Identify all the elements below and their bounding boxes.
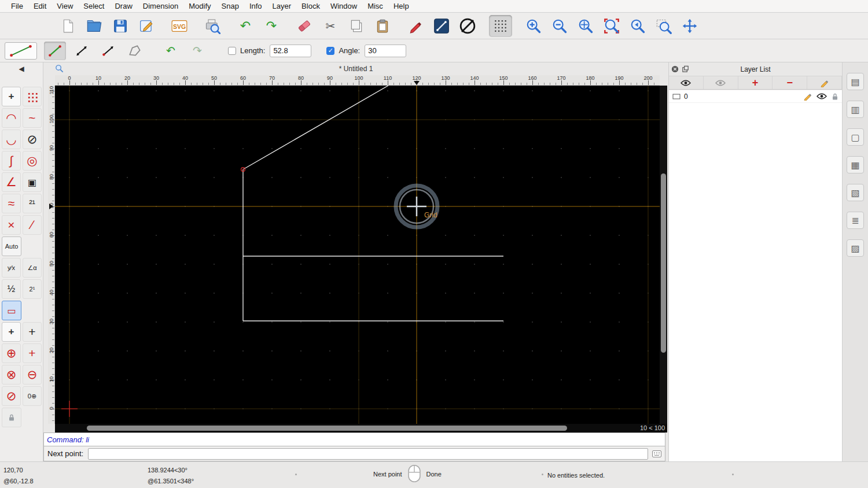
dock-library-browser-button[interactable]: ▥ bbox=[847, 101, 864, 118]
command-history[interactable]: Command: li bbox=[43, 432, 665, 446]
layer-edit-icon[interactable] bbox=[803, 92, 812, 101]
line-arrow-mode-button[interactable] bbox=[97, 42, 119, 60]
menu-item-dimension[interactable]: Dimension bbox=[138, 2, 183, 10]
angle-entry-button[interactable]: ∠α bbox=[23, 258, 42, 278]
menu-item-edit[interactable]: Edit bbox=[28, 2, 52, 10]
redo-button[interactable]: ↷ bbox=[260, 15, 283, 37]
paste-button[interactable] bbox=[371, 15, 394, 37]
menu-item-block[interactable]: Block bbox=[296, 2, 325, 10]
line-tool-button[interactable] bbox=[430, 15, 453, 37]
grid-toggle-button[interactable] bbox=[489, 15, 512, 37]
delete-button[interactable] bbox=[293, 15, 316, 37]
snap-intersection-button[interactable]: ⊗ bbox=[2, 365, 21, 385]
length-checkbox[interactable] bbox=[228, 47, 236, 55]
more-tools-button[interactable]: + bbox=[2, 87, 21, 106]
menu-item-window[interactable]: Window bbox=[325, 2, 362, 10]
rectangle-tool-button[interactable]: ▣ bbox=[23, 172, 42, 192]
cut-button[interactable]: ✂ bbox=[319, 15, 342, 37]
circle-tool-button[interactable]: ⊘ bbox=[23, 130, 42, 149]
close-panel-icon[interactable] bbox=[671, 65, 679, 73]
copy-button[interactable] bbox=[345, 15, 368, 37]
dock-clipboard-button[interactable]: ▨ bbox=[847, 239, 864, 257]
dock-entity-list-button[interactable]: ▦ bbox=[847, 156, 864, 173]
zoom-out-button[interactable] bbox=[548, 15, 571, 37]
horizontal-scrollbar-thumb[interactable] bbox=[87, 426, 567, 431]
length-input[interactable] bbox=[270, 45, 311, 57]
angle-checkbox[interactable]: ✓ bbox=[326, 47, 334, 55]
menu-item-draw[interactable]: Draw bbox=[109, 2, 137, 10]
open-file-button[interactable] bbox=[83, 15, 106, 37]
menu-item-modify[interactable]: Modify bbox=[183, 2, 216, 10]
remove-layer-button[interactable]: − bbox=[773, 76, 807, 89]
collapse-palette-button[interactable]: ◀ bbox=[0, 62, 43, 75]
layer-visibility-icon[interactable] bbox=[816, 93, 827, 99]
snap-free-button[interactable]: + bbox=[23, 322, 42, 342]
save-button[interactable] bbox=[109, 15, 132, 37]
points-tool-button[interactable] bbox=[23, 87, 42, 106]
menu-item-misc[interactable]: Misc bbox=[362, 2, 388, 10]
freehand-tool-button[interactable]: ≈ bbox=[2, 194, 21, 213]
vertical-scrollbar-thumb[interactable] bbox=[661, 173, 666, 353]
layer-row[interactable]: 0 bbox=[669, 90, 842, 103]
edit-layer-button[interactable] bbox=[807, 76, 842, 89]
show-all-layers-button[interactable] bbox=[669, 76, 704, 89]
cross-line-tool-button[interactable]: × bbox=[2, 215, 21, 235]
drawing-canvas[interactable]: Grid bbox=[55, 86, 660, 424]
more-snaps-button[interactable]: + bbox=[2, 322, 21, 342]
ellipse-tool-button[interactable] bbox=[456, 15, 479, 37]
circle-center-tool-button[interactable]: ◎ bbox=[23, 151, 42, 171]
dock-block-list-button[interactable]: ▤ bbox=[847, 73, 864, 90]
zoom-window-button[interactable] bbox=[652, 15, 675, 37]
zoom-in-button[interactable] bbox=[522, 15, 545, 37]
menu-item-layer[interactable]: Layer bbox=[267, 2, 297, 10]
command-input[interactable] bbox=[88, 448, 648, 460]
angle-line-tool-button[interactable]: ∕ bbox=[23, 215, 42, 235]
menu-item-view[interactable]: View bbox=[52, 2, 78, 10]
ratio-entry-button[interactable]: 2¹ bbox=[23, 279, 42, 299]
zoom-auto-button[interactable] bbox=[574, 15, 597, 37]
dock-layer-list-button[interactable]: ≣ bbox=[847, 212, 864, 229]
line-segments-mode-button[interactable] bbox=[44, 42, 66, 60]
arc-tool-button[interactable]: ◠ bbox=[2, 108, 21, 128]
undo-segment-button[interactable]: ↶ bbox=[160, 42, 182, 60]
detach-panel-icon[interactable] bbox=[682, 65, 689, 73]
zoom-previous-button[interactable] bbox=[600, 15, 623, 37]
menu-item-info[interactable]: Info bbox=[244, 2, 267, 10]
menu-item-snap[interactable]: Snap bbox=[216, 2, 244, 10]
hide-all-layers-button[interactable] bbox=[704, 76, 738, 89]
horizontal-scrollbar[interactable]: 10 < 100 bbox=[55, 424, 667, 432]
snap-auto-button[interactable]: Auto bbox=[2, 236, 21, 256]
undo-button[interactable]: ↶ bbox=[234, 15, 257, 37]
tangent-tool-button[interactable]: ∠ bbox=[2, 172, 21, 192]
selection-rect-tool-button[interactable]: ▭ bbox=[2, 301, 21, 320]
pan-button[interactable] bbox=[678, 15, 701, 37]
coordinate-entry-button[interactable]: y⁄x bbox=[2, 258, 21, 278]
keyboard-toggle-button[interactable] bbox=[651, 449, 663, 459]
layer-lock-icon[interactable] bbox=[832, 93, 838, 101]
half-divide-button[interactable]: ½ bbox=[2, 279, 21, 299]
snap-grid-button[interactable]: ⊕ bbox=[2, 343, 21, 363]
new-document-button[interactable] bbox=[57, 15, 80, 37]
polyline-mode-button[interactable] bbox=[124, 42, 146, 60]
arc-3p-tool-button[interactable]: ◡ bbox=[2, 130, 21, 149]
dock-command-widget-button[interactable]: ▢ bbox=[847, 128, 864, 146]
angle-input[interactable] bbox=[365, 45, 406, 57]
zoom-redraw-button[interactable] bbox=[626, 15, 649, 37]
redo-segment-button[interactable]: ↷ bbox=[186, 42, 208, 60]
edit-document-button[interactable] bbox=[135, 15, 158, 37]
menu-item-file[interactable]: File bbox=[6, 2, 28, 10]
snap-endpoint-button[interactable]: + bbox=[23, 343, 42, 363]
export-svg-button[interactable]: SVG bbox=[168, 15, 191, 37]
line-two-arrows-mode-button[interactable] bbox=[71, 42, 93, 60]
lock-relative-zero-button[interactable] bbox=[2, 408, 21, 427]
dock-entity-filter-button[interactable]: ▧ bbox=[847, 184, 864, 201]
menu-item-select[interactable]: Select bbox=[78, 2, 109, 10]
spline-tool-button[interactable]: ~ bbox=[23, 108, 42, 128]
snap-middle-button[interactable]: ⊘ bbox=[2, 386, 21, 406]
add-layer-button[interactable]: + bbox=[738, 76, 773, 89]
print-preview-button[interactable] bbox=[201, 15, 224, 37]
two-point-tool-button[interactable]: ²¹ bbox=[23, 194, 42, 213]
menu-item-help[interactable]: Help bbox=[388, 2, 414, 10]
curve-tool-button[interactable]: ∫ bbox=[2, 151, 21, 171]
pen-button[interactable] bbox=[404, 15, 427, 37]
